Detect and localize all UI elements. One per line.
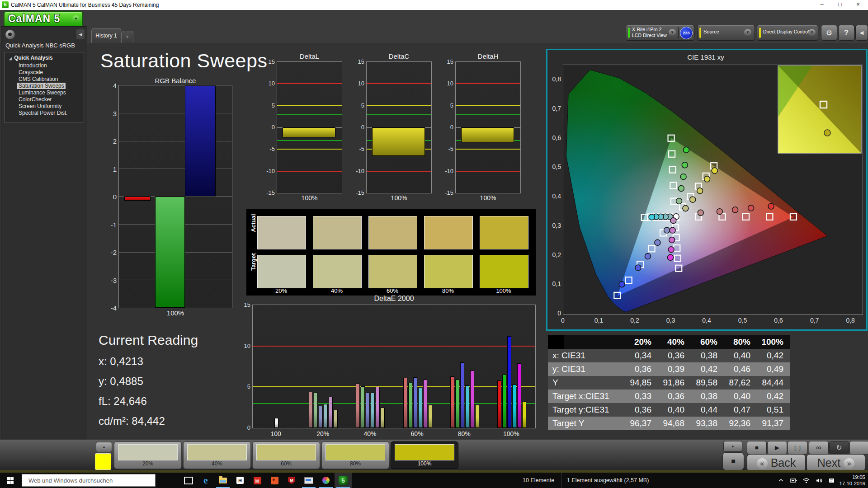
deltae-bar-cyan bbox=[418, 388, 422, 428]
taskbar-app-mcafee[interactable]: M bbox=[283, 473, 300, 488]
pattern-button-100%[interactable]: 100% bbox=[391, 441, 458, 469]
deltae-bar-green bbox=[361, 386, 365, 428]
help-icon[interactable]: ? bbox=[844, 29, 849, 37]
help-button: ? bbox=[838, 25, 854, 41]
display-control-dropdown[interactable]: Direct Display Control ▼ bbox=[757, 25, 818, 41]
active-pattern-swatch[interactable] bbox=[95, 453, 111, 470]
taskbar-app-edge[interactable]: e bbox=[197, 473, 214, 488]
tree-root[interactable]: ◢Quick Analysis bbox=[5, 54, 84, 62]
calman-logo[interactable]: CalMAN 5 ▼ bbox=[4, 11, 83, 27]
settings-button: ⚙ bbox=[821, 25, 837, 41]
close-icon[interactable]: × bbox=[850, 0, 866, 10]
up-arrow-icon[interactable]: ▲ bbox=[731, 444, 735, 448]
pattern-button-80%[interactable]: 80% bbox=[321, 441, 389, 469]
pattern-button-40%[interactable]: 40% bbox=[183, 441, 251, 469]
sidebar-item-luminance-sweeps[interactable]: Luminance Sweeps bbox=[5, 89, 84, 96]
swatch-actual-100% bbox=[480, 216, 528, 249]
divider bbox=[678, 27, 679, 38]
meter-dropdown[interactable]: X-Rite i1Pro 2 LCD Direct View ▼ 233 bbox=[626, 25, 694, 41]
refresh-icon[interactable]: ↻ bbox=[836, 444, 842, 451]
chevron-left-icon[interactable]: ◀ bbox=[860, 30, 863, 35]
pattern-button-20%[interactable]: 20% bbox=[114, 441, 182, 469]
taskbar-app-store[interactable]: ⊞ bbox=[231, 473, 249, 488]
taskbar: Web und Windows durchsuchen e⊞▤M5 10 Ele… bbox=[0, 473, 868, 488]
tab-history-1[interactable]: History 1 bbox=[91, 28, 121, 43]
pattern-button-60%[interactable]: 60% bbox=[252, 441, 320, 469]
meter-count-badge[interactable]: 233 bbox=[680, 27, 693, 39]
stop-icon[interactable]: ■ bbox=[755, 444, 759, 451]
sidebar-item-colorchecker[interactable]: ColorChecker bbox=[5, 96, 84, 103]
table-header-row: 20%40%60%80%100% bbox=[548, 335, 790, 349]
swatch-target-80% bbox=[424, 255, 473, 288]
taskbar-app-people[interactable] bbox=[266, 473, 283, 488]
deltae-bar-magenta bbox=[470, 371, 474, 428]
taskbar-app-file-explorer[interactable] bbox=[214, 473, 231, 488]
cie-measured-magenta bbox=[670, 218, 676, 224]
taskbar-app-task-view[interactable] bbox=[180, 473, 197, 488]
sidebar-item-grayscale[interactable]: Grayscale bbox=[5, 69, 84, 75]
taskbar-app-calman[interactable]: 5 bbox=[335, 473, 352, 488]
play-icon[interactable]: ▶ bbox=[775, 444, 779, 451]
tab-add[interactable]: + bbox=[121, 31, 133, 43]
speaker-icon[interactable] bbox=[815, 477, 823, 484]
deltae-category-label: 100 bbox=[252, 430, 299, 437]
axis-tick-label: 15 bbox=[259, 58, 275, 65]
deltae-bar-red bbox=[309, 392, 313, 428]
deltae-bar-green bbox=[408, 383, 412, 428]
sidebar-collapse-button[interactable]: ◀ bbox=[76, 29, 85, 39]
chevron-down-icon[interactable]: ▼ bbox=[669, 29, 676, 36]
cie-measured-yellow bbox=[697, 188, 703, 194]
taskbar-app-paint[interactable] bbox=[317, 473, 335, 488]
sidebar-item-saturation-sweeps[interactable]: Saturation Sweeps bbox=[5, 82, 84, 89]
chevron-down-icon[interactable]: ▼ bbox=[808, 29, 816, 36]
up-arrow-icon[interactable]: ▲ bbox=[102, 445, 106, 449]
taskbar-app-reader[interactable]: ▤ bbox=[249, 473, 266, 488]
wifi-icon[interactable] bbox=[802, 477, 810, 484]
start-button[interactable] bbox=[0, 473, 21, 488]
cie-measured-magenta bbox=[670, 227, 675, 233]
sidebar-item-screen-uniformity[interactable]: Screen Uniformity bbox=[5, 103, 84, 109]
reference-line-red bbox=[367, 83, 431, 84]
deltaC-chart: 151050-5-10-15 bbox=[366, 61, 432, 193]
loop-button: ∞ bbox=[809, 441, 829, 455]
workflow-radio-button[interactable] bbox=[5, 30, 15, 39]
axis-tick-label: 1 bbox=[100, 165, 117, 173]
cie-measured-red bbox=[698, 210, 703, 216]
pattern-label: 40% bbox=[184, 460, 250, 467]
swatch-target-60% bbox=[368, 255, 417, 288]
battery-icon[interactable] bbox=[790, 477, 797, 484]
reading-cdm2: cd/m²: 84,442 bbox=[99, 415, 165, 427]
logo-dropdown-icon[interactable]: ▼ bbox=[72, 15, 80, 23]
pattern-label: 80% bbox=[322, 460, 389, 467]
pattern-chip bbox=[395, 444, 454, 460]
sidebar-item-cms-calibration[interactable]: CMS Calibration bbox=[5, 75, 84, 82]
swatch-col-label: 80% bbox=[424, 287, 472, 294]
meter-mode: LCD Direct View bbox=[632, 33, 667, 38]
tray-chevron-icon[interactable] bbox=[777, 477, 785, 484]
deltae-bar-blue bbox=[366, 393, 370, 428]
frame-icon[interactable]: [··] bbox=[794, 445, 800, 450]
taskbar-clock[interactable]: 19:05 17.10.2016 bbox=[839, 474, 865, 487]
gear-icon[interactable]: ⚙ bbox=[826, 29, 832, 37]
reading-y: y: 0,4885 bbox=[99, 375, 143, 388]
restore-icon[interactable]: □ bbox=[832, 0, 848, 10]
edge-icon: e bbox=[203, 474, 208, 486]
sidebar-item-introduction[interactable]: Introduction bbox=[5, 62, 84, 69]
chevron-down-icon[interactable]: ▼ bbox=[744, 29, 751, 36]
taskbar-app-display-app[interactable] bbox=[300, 473, 317, 488]
minimize-icon[interactable]: – bbox=[814, 0, 830, 10]
next-button[interactable]: Next » bbox=[807, 454, 865, 471]
search-input[interactable]: Web und Windows durchsuchen bbox=[22, 474, 156, 487]
cie-chart bbox=[563, 65, 863, 315]
back-button[interactable]: « Back bbox=[747, 454, 806, 471]
source-dropdown[interactable]: Source ▼ bbox=[697, 25, 755, 41]
axis-tick-label: 4 bbox=[100, 82, 117, 89]
infinity-icon[interactable]: ∞ bbox=[816, 444, 821, 451]
cie-measured-yellow bbox=[690, 197, 696, 202]
notification-icon[interactable] bbox=[828, 477, 835, 484]
square-icon[interactable]: ■ bbox=[731, 457, 736, 465]
extra-button[interactable] bbox=[849, 441, 868, 455]
sidebar-item-spectral-power-dist-[interactable]: Spectral Power Dist. bbox=[5, 109, 84, 116]
axis-tick-label: -15 bbox=[437, 189, 453, 196]
cie-y-tick: 0,3 bbox=[548, 222, 561, 229]
